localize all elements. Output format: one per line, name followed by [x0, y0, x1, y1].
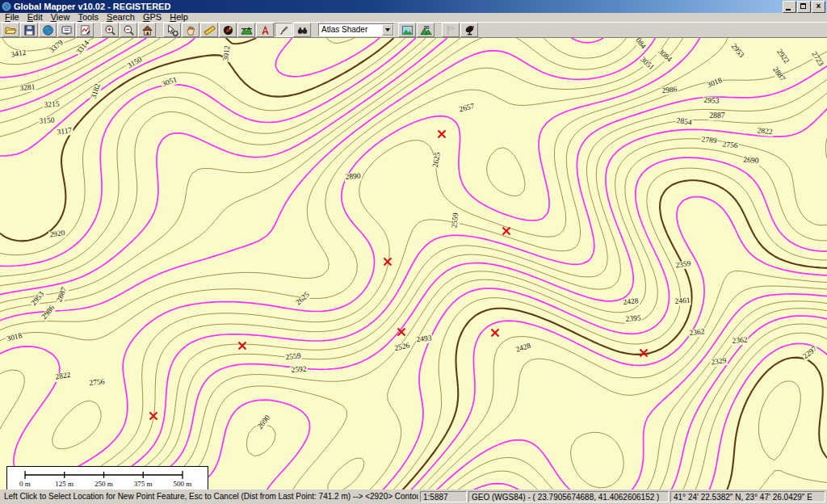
contour-elevation-label: 2395	[624, 315, 642, 324]
point-feature-marker[interactable]	[237, 339, 247, 349]
chevron-down-icon	[385, 28, 390, 32]
zoom-tool-button[interactable]	[163, 23, 181, 37]
minor-contour-path	[246, 168, 827, 489]
view-shed-button[interactable]	[256, 23, 274, 37]
point-feature-marker[interactable]	[149, 410, 158, 419]
contour-lines	[0, 38, 827, 489]
minor-contour-path	[0, 38, 394, 241]
svg-text:3D: 3D	[423, 24, 429, 29]
point-feature-marker[interactable]	[490, 326, 500, 336]
flag-icon	[445, 24, 457, 36]
search-icon	[296, 24, 309, 36]
contour-elevation-label: 2887	[709, 112, 726, 120]
minimize-icon	[786, 9, 791, 10]
view-3d-button[interactable]: 3D	[417, 23, 434, 37]
toolbar-left-groups	[2, 23, 312, 37]
title-bar: Global Mapper v10.02 - REGISTERED ×	[0, 0, 827, 13]
contour-elevation-label: 2362	[731, 337, 749, 346]
contour-elevation-label: 2953	[703, 97, 720, 106]
path-profile-icon	[241, 24, 253, 36]
contour-elevation-label: 2789	[700, 136, 718, 145]
minor-contour-path	[680, 324, 827, 489]
status-bar: Left Click to Select Location for New Po…	[0, 489, 827, 504]
search-button[interactable]	[293, 23, 311, 37]
scale-bar: 0 m125 m250 m375 m500 m	[6, 466, 208, 489]
contour-elevation-label: 2592	[290, 366, 308, 375]
major-contour-path	[0, 38, 700, 481]
overlay-control-button[interactable]	[57, 23, 75, 37]
scale-bar-tick-label: 375 m	[134, 480, 153, 488]
status-projection-coordinates: GEO (WGS84) - ( 23.7905674688, 41.406260…	[468, 491, 669, 502]
scale-bar-graphic: 0 m125 m250 m375 m500 m	[7, 467, 208, 489]
measure-button[interactable]	[200, 23, 218, 37]
open-button[interactable]	[2, 23, 19, 37]
shader-select[interactable]: Atlas Shader	[318, 23, 394, 36]
toolbar-separator	[157, 23, 163, 36]
point-feature-marker[interactable]	[383, 255, 393, 265]
feature-info-button[interactable]	[219, 23, 237, 37]
shader-select-value: Atlas Shader	[319, 24, 382, 36]
path-profile-button[interactable]	[237, 23, 255, 37]
gps-button[interactable]	[460, 23, 478, 37]
x-marker-icon	[639, 348, 649, 358]
menu-search[interactable]: Search	[103, 13, 139, 22]
full-view-icon	[141, 24, 153, 36]
major-contour-path	[707, 343, 827, 489]
menu-tools[interactable]: Tools	[73, 13, 103, 22]
map-view[interactable]: 3412337933143150305132813182321531503117…	[0, 37, 827, 489]
minor-contour-path	[724, 358, 827, 489]
measure-icon	[204, 24, 216, 36]
menu-bar: FileEditViewToolsSearchGPSHelp	[0, 13, 827, 23]
minor-contour-path	[0, 38, 627, 303]
menu-gps[interactable]: GPS	[139, 13, 166, 22]
point-feature-marker[interactable]	[502, 225, 511, 234]
zoom-out-button[interactable]	[120, 23, 137, 37]
x-marker-icon	[237, 341, 247, 351]
minor-contour-path	[112, 90, 827, 489]
menu-help[interactable]: Help	[166, 13, 192, 22]
status-cursor-position: 41° 24' 22.5382" N, 23° 47' 26.0429" E	[670, 491, 825, 502]
toolbar-separator	[435, 23, 442, 36]
zoom-tool-icon	[166, 24, 178, 36]
workspace-button[interactable]	[76, 23, 94, 37]
digitizer-button[interactable]	[275, 23, 292, 37]
close-button[interactable]: ×	[812, 1, 825, 13]
point-feature-marker[interactable]	[639, 346, 649, 356]
status-message: Left Click to Select Location for New Po…	[2, 491, 418, 502]
workspace-icon	[79, 24, 91, 36]
menu-edit[interactable]: Edit	[23, 13, 47, 22]
pan-button[interactable]	[182, 23, 199, 37]
contour-elevation-label: 2461	[674, 297, 691, 306]
image-swatch-icon	[401, 24, 414, 36]
contour-elevation-label: 2822	[756, 127, 774, 136]
contour-elevation-label: 2756	[721, 141, 739, 150]
minor-contour-path	[450, 309, 827, 489]
restore-button[interactable]	[797, 1, 811, 13]
minor-contour-path	[137, 128, 827, 490]
digitizer-icon	[278, 24, 290, 36]
flag-button[interactable]	[442, 23, 460, 37]
gps-icon	[464, 24, 476, 36]
major-contour-path	[0, 38, 656, 321]
save-button[interactable]	[20, 23, 38, 37]
scale-bar-tick-label: 250 m	[94, 480, 113, 488]
menu-file[interactable]: File	[1, 13, 23, 22]
view-3d-icon: 3D	[420, 24, 432, 36]
full-view-button[interactable]	[138, 23, 156, 37]
minor-contour-path	[152, 148, 827, 489]
feature-info-icon	[222, 24, 234, 36]
minimize-button[interactable]	[783, 1, 796, 13]
open-icon	[5, 24, 17, 36]
zoom-in-icon	[104, 24, 116, 36]
x-marker-icon	[490, 328, 500, 338]
globe-button[interactable]	[39, 23, 57, 37]
shader-select-dropdown-button[interactable]	[382, 24, 393, 36]
point-feature-marker[interactable]	[437, 128, 447, 137]
zoom-in-button[interactable]	[101, 23, 119, 37]
image-swatch-button[interactable]	[398, 23, 416, 37]
view-shed-icon	[259, 24, 271, 36]
menu-view[interactable]: View	[47, 13, 74, 22]
save-icon	[23, 24, 36, 36]
point-feature-marker[interactable]	[397, 326, 406, 335]
toolbar-right-groups: 3D	[398, 23, 479, 37]
